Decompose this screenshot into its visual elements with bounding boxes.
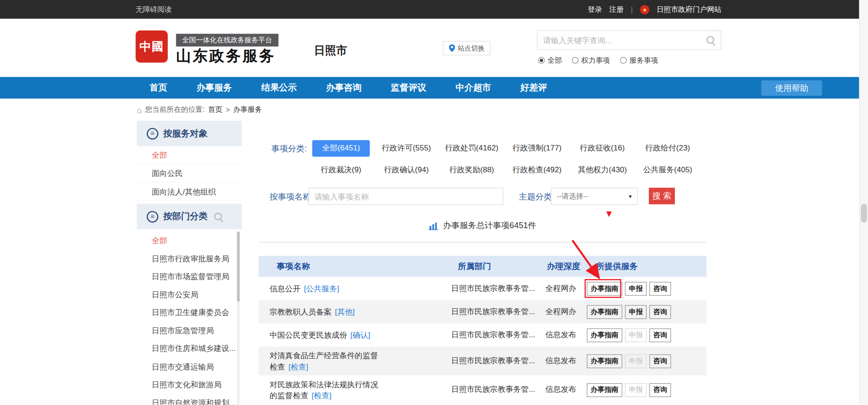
item-name-input[interactable] xyxy=(309,188,504,205)
sidebar-item-all-departments[interactable]: 全部 xyxy=(137,231,242,250)
apply-button[interactable]: 申报 xyxy=(625,281,647,295)
sidebar-section-department: ≡ 按部门分类 xyxy=(137,204,242,229)
topic-select[interactable]: --请选择-- ▼ xyxy=(551,188,638,205)
sidebar-section-service-target: ≡ 按服务对象 xyxy=(137,121,242,146)
sidebar-item-department[interactable]: 日照市公安局 xyxy=(137,285,242,304)
consult-button[interactable]: 咨询 xyxy=(649,354,671,368)
nav-agency-market[interactable]: 中介超市 xyxy=(456,82,491,94)
category-option[interactable]: 行政裁决(9) xyxy=(309,162,374,179)
radio-icon xyxy=(620,57,627,64)
breadcrumb-home-link[interactable]: 首页 xyxy=(208,105,223,115)
sidebar-item-department[interactable]: 日照市自然资源和规划... xyxy=(137,394,242,405)
topic-filter-label: 主题分类: xyxy=(519,188,554,205)
portal-link[interactable]: 日照市政府门户网站 xyxy=(657,5,722,15)
sidebar-item-department[interactable]: 日照市行政审批服务局 xyxy=(137,250,242,268)
sidebar-scrollbar[interactable] xyxy=(237,231,239,405)
category-option[interactable]: 行政许可(555) xyxy=(374,140,439,157)
chevron-down-icon: ▼ xyxy=(628,194,633,199)
register-link[interactable]: 注册 xyxy=(609,5,624,15)
sidebar-item-department[interactable]: 日照市交通运输局 xyxy=(137,357,242,375)
item-name: 宗教教职人员备案 xyxy=(269,307,331,316)
table-row: 中国公民变更民族成份[确认] 日照市民族宗教事务管... 信息发布 办事指南 申… xyxy=(259,323,707,346)
sidebar-item-department[interactable]: 日照市应急管理局 xyxy=(137,321,242,340)
nav-services[interactable]: 办事服务 xyxy=(196,82,232,94)
sidebar-item-department[interactable]: 日照市住房和城乡建设... xyxy=(137,340,242,358)
guide-button[interactable]: 办事指南 xyxy=(587,383,622,396)
nav-rating[interactable]: 好差评 xyxy=(520,82,547,94)
guide-button[interactable]: 办事指南 xyxy=(587,305,622,319)
sidebar-scrollbar-thumb[interactable] xyxy=(237,231,239,302)
category-option[interactable]: 行政处罚(4162) xyxy=(439,140,504,157)
item-tag-link[interactable]: [检查] xyxy=(312,391,332,400)
building-icon: ≡ xyxy=(147,211,159,223)
scope-label: 全部 xyxy=(548,55,562,65)
table-row: 对民族政策和法律法规执行情况的监督检查[检查] 日照市民族宗教事务管... 信息… xyxy=(259,375,707,404)
apply-button-disabled: 申报 xyxy=(625,383,647,396)
sidebar-item-citizen[interactable]: 面向公民 xyxy=(137,165,242,183)
category-option[interactable]: 行政强制(177) xyxy=(504,140,570,157)
site-switch-button[interactable]: 站点切换 xyxy=(443,41,491,55)
consult-button[interactable]: 咨询 xyxy=(649,328,671,342)
sidebar-item-department[interactable]: 日照市市场监督管理局 xyxy=(137,267,242,285)
page-scrollbar-thumb[interactable] xyxy=(861,204,867,222)
item-tag-link[interactable]: [其他] xyxy=(335,307,355,316)
category-option[interactable]: 公共服务(405) xyxy=(635,162,700,179)
guide-button[interactable]: 办事指南 xyxy=(587,354,622,368)
browser-viewport: 无障碍阅读 登录 注册 | ★ 日照市政府门户网站 中國 全国一体化在线政务服务… xyxy=(0,0,868,405)
col-services: 所提供服务 xyxy=(587,261,706,271)
content: ≡ 按服务对象 全部 面向公民 面向法人/其他组织 ≡ 按部门分类 全部 日照市… xyxy=(0,121,859,405)
category-option[interactable]: 行政征收(16) xyxy=(570,140,635,157)
scope-option-power[interactable]: 权力事项 xyxy=(572,55,610,65)
sidebar-item-all-targets[interactable]: 全部 xyxy=(137,146,242,165)
breadcrumb-separator: > xyxy=(226,105,230,114)
search-button[interactable]: 搜 索 xyxy=(649,188,675,205)
scope-option-service[interactable]: 服务事项 xyxy=(620,55,658,65)
sidebar-section-title: 按服务对象 xyxy=(163,128,207,140)
department-search-icon[interactable] xyxy=(214,212,224,222)
item-tag-link[interactable]: [确认] xyxy=(350,330,370,339)
help-button[interactable]: 使用帮助 xyxy=(761,80,822,96)
item-department: 日照市民族宗教事务管... xyxy=(451,307,545,317)
guide-button[interactable]: 办事指南 xyxy=(587,281,622,295)
nav-consult[interactable]: 办事咨询 xyxy=(326,82,362,94)
sidebar-item-department[interactable]: 日照市卫生健康委员会 xyxy=(137,304,242,322)
consult-button[interactable]: 咨询 xyxy=(649,305,671,319)
keyword-search-input[interactable] xyxy=(538,31,706,49)
item-depth: 全程网办 xyxy=(545,284,587,294)
apply-button[interactable]: 申报 xyxy=(625,305,647,319)
accessibility-link[interactable]: 无障碍阅读 xyxy=(135,5,171,15)
nav-results[interactable]: 结果公示 xyxy=(261,82,297,94)
radio-selected-icon xyxy=(538,57,545,64)
sidebar-section-title: 按部门分类 xyxy=(163,211,207,223)
login-link[interactable]: 登录 xyxy=(588,5,602,15)
category-option[interactable]: 其他权力(430) xyxy=(570,162,635,179)
col-department: 所属部门 xyxy=(451,261,545,271)
item-depth: 全程网办 xyxy=(545,307,587,317)
category-option[interactable]: 行政给付(23) xyxy=(635,140,700,157)
scope-option-all[interactable]: 全部 xyxy=(538,55,562,65)
scope-label: 服务事项 xyxy=(629,55,658,65)
category-option-all[interactable]: 全部(6451) xyxy=(312,140,370,157)
item-name: 对清真食品生产经营条件的监督检查 xyxy=(269,351,378,371)
consult-button[interactable]: 咨询 xyxy=(649,281,671,295)
sidebar-item-legal-person[interactable]: 面向法人/其他组织 xyxy=(137,183,242,201)
category-option[interactable]: 行政检查(492) xyxy=(504,162,570,179)
col-depth: 办理深度 xyxy=(545,261,587,271)
nav-supervision[interactable]: 监督评议 xyxy=(391,82,426,94)
search-scope-group: 全部 权力事项 服务事项 xyxy=(538,55,658,65)
apply-button-disabled: 申报 xyxy=(625,328,647,342)
national-emblem-icon: ★ xyxy=(640,5,649,14)
item-tag-link[interactable]: [检查] xyxy=(289,362,309,371)
category-option[interactable]: 行政奖励(88) xyxy=(439,162,504,179)
item-tag-link[interactable]: [公共服务] xyxy=(304,284,339,293)
consult-button[interactable]: 咨询 xyxy=(649,383,671,396)
category-option[interactable]: 行政确认(94) xyxy=(374,162,439,179)
search-icon[interactable] xyxy=(706,35,716,45)
table-row: 宗教教职人员备案[其他] 日照市民族宗教事务管... 全程网办 办事指南 申报 … xyxy=(259,300,707,323)
nav-home[interactable]: 首页 xyxy=(150,82,167,94)
guide-button[interactable]: 办事指南 xyxy=(587,328,622,342)
page-scrollbar[interactable] xyxy=(859,0,868,405)
breadcrumb-prefix: 您当前所在的位置: xyxy=(145,105,205,115)
scope-label: 权力事项 xyxy=(581,55,610,65)
sidebar-item-department[interactable]: 日照市文化和旅游局 xyxy=(137,375,242,394)
